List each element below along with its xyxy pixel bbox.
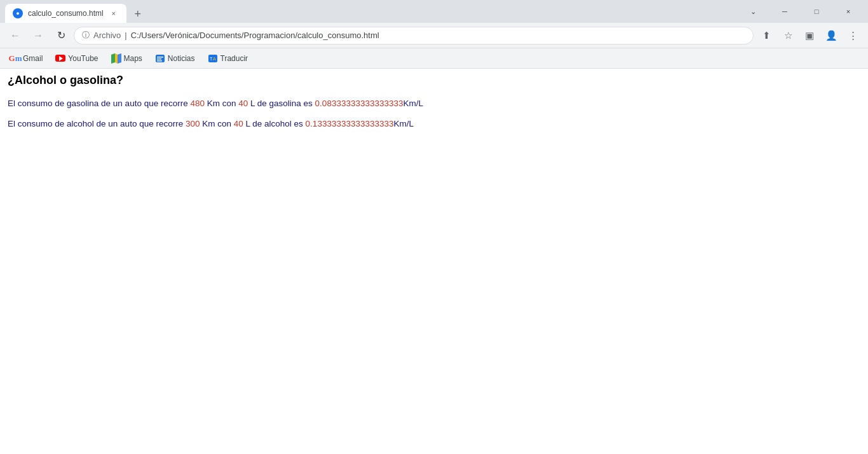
youtube-icon (55, 53, 65, 64)
bookmark-youtube[interactable]: YouTube (50, 52, 103, 65)
back-button[interactable]: ← (5, 25, 25, 46)
alcohol-unit: Km/L (394, 119, 414, 128)
bookmark-maps[interactable]: Maps (106, 52, 147, 65)
maps-icon (111, 53, 121, 64)
lock-icon: ⓘ (82, 30, 90, 41)
gasolina-mid: Km con (205, 99, 238, 108)
bookmark-gmail-label: Gmail (23, 54, 43, 63)
svg-marker-2 (115, 53, 118, 64)
tab-strip: ● calculo_consumo.html × + (5, 0, 738, 23)
page-content: ¿Alcohol o gasolina? El consumo de gasol… (0, 69, 868, 454)
toolbar-actions: ⬆ ☆ ▣ 👤 ⋮ (756, 25, 863, 46)
alcohol-prefix: El consumo de alcohol de un auto que rec… (8, 119, 186, 128)
svg-rect-7 (157, 60, 162, 62)
bookmark-maps-label: Maps (124, 54, 142, 63)
svg-marker-1 (111, 53, 115, 64)
sidebar-button[interactable]: ▣ (799, 25, 820, 46)
maximize-button[interactable]: □ (802, 0, 831, 23)
bookmark-traducir-label: Traducir (220, 54, 248, 63)
gasolina-suffix: L de gasolina es (248, 99, 315, 108)
browser-window: ● calculo_consumo.html × + ⌄ ─ □ × ← → ↻… (0, 0, 868, 454)
bookmarks-bar: Gm Gmail YouTube (0, 48, 868, 69)
bookmark-noticias[interactable]: Noticias (150, 52, 200, 65)
bookmark-noticias-label: Noticias (168, 54, 195, 63)
svg-rect-6 (157, 58, 161, 60)
svg-marker-3 (118, 53, 121, 64)
bookmark-gmail[interactable]: Gm Gmail (5, 52, 48, 65)
traducir-icon: T A (208, 53, 218, 64)
gasolina-prefix: El consumo de gasolina de un auto que re… (8, 99, 190, 108)
address-bar[interactable]: ⓘ Archivo | C:/Users/Verónica/Documents/… (74, 27, 754, 45)
gasolina-km: 480 (190, 99, 205, 108)
tab-close-button[interactable]: × (109, 8, 119, 18)
address-separator: | (125, 31, 126, 40)
alcohol-km: 300 (186, 119, 200, 128)
alcohol-suffix: L de alcohol es (243, 119, 306, 128)
forward-button[interactable]: → (28, 25, 48, 46)
address-text: C:/Users/Verónica/Documents/Programacion… (131, 31, 745, 40)
gasolina-unit: Km/L (403, 99, 424, 108)
bookmark-button[interactable]: ☆ (778, 25, 798, 46)
profile-button[interactable]: 👤 (821, 25, 841, 46)
alcohol-liters: 40 (234, 119, 243, 128)
active-tab[interactable]: ● calculo_consumo.html × (5, 4, 126, 23)
noticias-icon (155, 53, 165, 64)
window-controls: ⌄ ─ □ × (738, 0, 863, 23)
toolbar: ← → ↻ ⓘ Archivo | C:/Users/Verónica/Docu… (0, 23, 868, 48)
tab-favicon: ● (13, 8, 23, 18)
gasolina-result: El consumo de gasolina de un auto que re… (8, 97, 860, 110)
menu-button[interactable]: ⋮ (843, 25, 863, 46)
bookmark-youtube-label: YouTube (68, 54, 98, 63)
svg-rect-5 (157, 57, 163, 58)
minimize-button[interactable]: ─ (770, 0, 799, 23)
alcohol-mid: Km con (200, 119, 233, 128)
reload-button[interactable]: ↻ (51, 25, 71, 46)
alcohol-value: 0.13333333333333333 (306, 119, 394, 128)
address-prefix: Archivo (93, 31, 121, 40)
svg-text:A: A (213, 57, 216, 61)
gasolina-value: 0.08333333333333333 (315, 99, 403, 108)
title-bar: ● calculo_consumo.html × + ⌄ ─ □ × (0, 0, 868, 23)
page-title: ¿Alcohol o gasolina? (8, 74, 860, 87)
bookmark-traducir[interactable]: T A Traducir (203, 52, 254, 65)
alcohol-result: El consumo de alcohol de un auto que rec… (8, 118, 860, 130)
tab-title: calculo_consumo.html (28, 9, 104, 18)
share-button[interactable]: ⬆ (756, 25, 776, 46)
close-button[interactable]: × (834, 0, 863, 23)
chevron-button[interactable]: ⌄ (738, 0, 768, 23)
gmail-icon: Gm (10, 53, 20, 64)
gasolina-liters: 40 (238, 99, 248, 108)
new-tab-button[interactable]: + (129, 5, 147, 23)
